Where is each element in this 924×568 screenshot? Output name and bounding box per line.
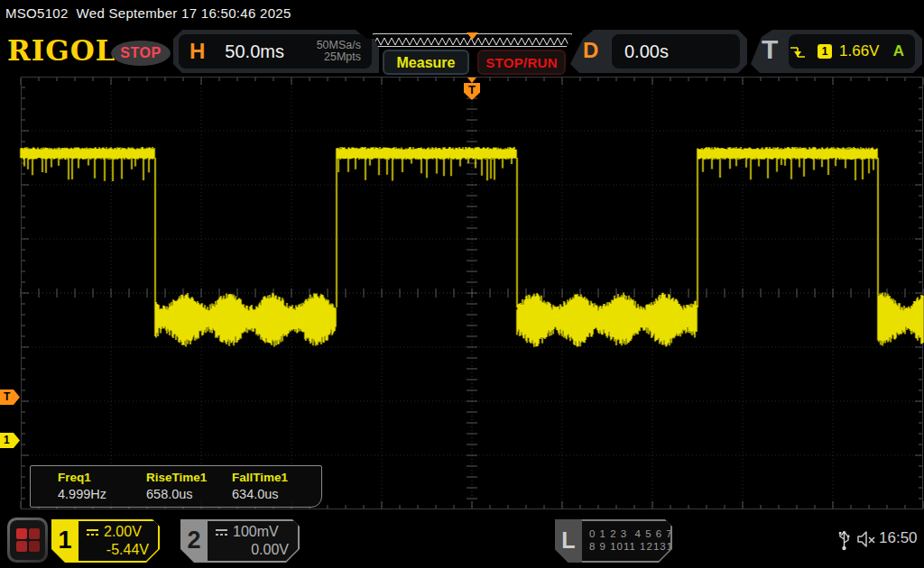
horizontal-label: H [189,39,205,64]
delay-panel[interactable]: D 0.00s [570,30,747,73]
stop-run-button[interactable]: STOP/RUN [477,50,566,75]
trigger-panel-inner: 1 1.66V A [789,34,915,69]
channel2-scale: 100mV [233,524,279,540]
rigol-logo: RIGOL [7,34,116,67]
logic-label: L [555,519,582,563]
falling-edge-icon [789,43,807,60]
memory-depth: 25Mpts [324,50,361,63]
oscilloscope-screen: MSO5102 Wed September 17 16:50:46 2025 R… [0,0,924,568]
timebase-value: 50.0ms [225,41,284,62]
menu-grid-icon [10,520,45,560]
trigger-panel[interactable]: T 1 1.66V A [751,30,922,73]
clock: 16:50 [879,529,918,547]
channel1-number: 1 [51,519,79,563]
sample-rate: 50MSa/s [317,39,361,51]
measurement-panel[interactable]: Freq1 4.999Hz RiseTime1 658.0us FallTime… [30,465,322,508]
trigger-label: T [762,34,778,65]
horizontal-panel-inner: H 50.0ms 50MSa/s 25Mpts [179,34,372,69]
logic-channels-badge[interactable]: L 0 1 2 3 4 5 6 78 9 1011 12131415 [555,519,672,563]
trigger-mode: A [893,42,904,60]
measurement-risetime1: RiseTime1 658.0us [146,471,232,501]
measurement-freq1: Freq1 4.999Hz [58,471,143,501]
channel2-number: 2 [180,519,208,563]
trigger-source-badge: 1 [818,44,832,59]
status-bar-title: MSO5102 Wed September 17 16:50:46 2025 [0,0,924,27]
measure-button[interactable]: Measure [383,50,469,75]
horizontal-panel[interactable]: H 50.0ms 50MSa/s 25Mpts [173,30,379,73]
delay-label: D [583,38,598,63]
run-state-badge[interactable]: STOP [111,41,171,66]
waveform-display-area[interactable] [0,77,924,509]
usb-icon [837,527,851,552]
dc-coupling-icon [215,527,228,536]
measurement-falltime1: FallTime1 634.0us [232,471,318,501]
channel1-scale: 2.00V [104,524,142,540]
speaker-muted-icon[interactable] [855,529,877,549]
menu-button[interactable] [7,518,48,563]
delay-value: 0.00s [612,34,740,69]
logic-row1: 0 1 2 3 4 5 6 7 [589,528,673,539]
channel1-offset: -5.44V [106,542,149,558]
logic-row2: 8 9 1011 12131415 [589,541,693,552]
channel1-badge[interactable]: 1 2.00V -5.44V [51,519,160,563]
channel2-badge[interactable]: 2 100mV 0.00V [180,519,300,563]
trigger-level-value: 1.66V [839,42,879,60]
channel2-offset: 0.00V [251,542,289,558]
dc-coupling-icon [86,527,99,536]
